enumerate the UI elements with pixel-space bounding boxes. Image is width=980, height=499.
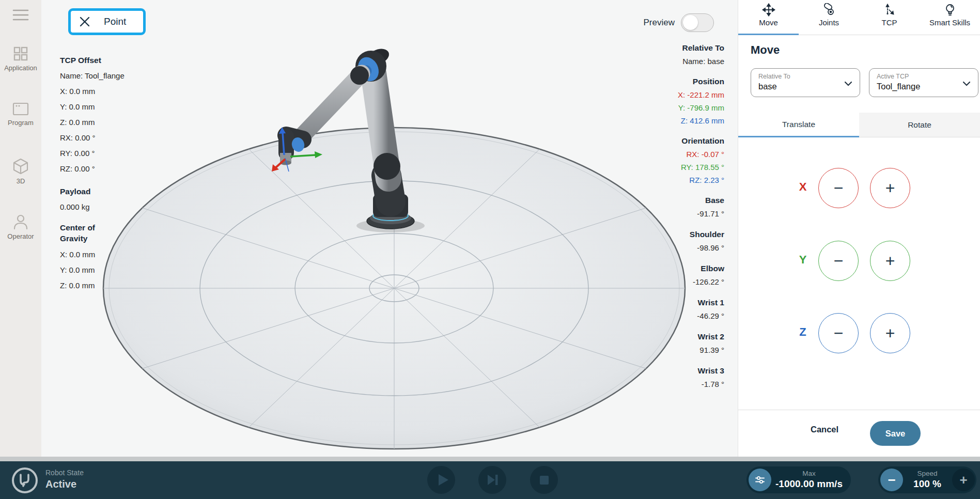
- skip-next-icon: [478, 466, 506, 494]
- cube-3d-icon: [12, 158, 29, 175]
- joint-shoulder-value: -98.96 °: [678, 241, 724, 254]
- sidebar-item-operator[interactable]: Operator: [0, 213, 41, 240]
- sidebar-item-program[interactable]: Program: [0, 101, 41, 127]
- max-speed-text: Max -1000.00 mm/s: [771, 470, 847, 490]
- x-minus-button[interactable]: −: [818, 168, 859, 208]
- stop-button[interactable]: [530, 466, 558, 494]
- joint-base-label: Base: [678, 194, 724, 207]
- tcp-offset-y: Y: 0.0 mm: [60, 99, 122, 115]
- robot-state-block: Robot State Active: [45, 468, 84, 491]
- sliders-icon: [754, 474, 766, 486]
- tab-joints[interactable]: Joints: [799, 0, 859, 35]
- position-y: Y: -796.9 mm: [678, 101, 724, 114]
- position-z: Z: 412.6 mm: [678, 114, 724, 127]
- axis-x-label: X: [795, 180, 811, 194]
- subtab-rotate[interactable]: Rotate: [859, 113, 980, 137]
- orientation-ry: RY: 178.55 °: [678, 161, 724, 174]
- jog-row-x: X − +: [738, 168, 980, 208]
- toggle-knob: [683, 15, 698, 30]
- robot-state-label: Robot State: [45, 468, 84, 477]
- robot-3d-viewport[interactable]: [41, 0, 738, 457]
- tcp-offset-rx: RX: 0.00 °: [60, 130, 122, 146]
- dropdown-label: Relative To: [758, 72, 852, 81]
- play-button[interactable]: [427, 466, 455, 494]
- speed-pill: − Speed 100 % +: [878, 466, 976, 493]
- joint-wrist1-label: Wrist 1: [678, 296, 724, 309]
- z-plus-button[interactable]: +: [870, 313, 910, 353]
- jog-row-z: Z − +: [738, 313, 980, 353]
- orientation-heading: Orientation: [678, 134, 724, 148]
- relative-to-dropdown[interactable]: Relative To base: [751, 68, 860, 97]
- axis-z-label: Z: [795, 325, 811, 339]
- sidebar-item-label: Program: [0, 119, 41, 127]
- preview-row: Preview: [644, 13, 714, 32]
- menu-button[interactable]: [12, 8, 29, 22]
- ur-logo: [11, 467, 38, 494]
- main-3d-area: Point TCP Offset Name: Tool_flange X: 0.…: [41, 0, 738, 457]
- speed-increase-button[interactable]: +: [952, 469, 975, 491]
- tab-tcp[interactable]: TCP: [859, 0, 920, 35]
- joint-elbow-label: Elbow: [678, 262, 724, 275]
- jog-row-y: Y − +: [738, 241, 980, 281]
- point-title: Point: [104, 16, 126, 27]
- y-minus-button[interactable]: −: [818, 241, 859, 281]
- cog-z: Z: 0.0 mm: [60, 278, 122, 293]
- payload-value: 0.000 kg: [60, 199, 122, 215]
- sidebar: Application Program 3D: [0, 0, 41, 461]
- tcp-icon: [883, 3, 896, 17]
- sidebar-item-3d[interactable]: 3D: [0, 158, 41, 185]
- cog-x: X: 0.0 mm: [60, 247, 122, 262]
- speed-label: Speed: [903, 470, 952, 478]
- bottom-bar: Robot State Active: [0, 461, 980, 499]
- play-icon: [427, 466, 455, 494]
- orientation-rz: RZ: 2.23 °: [678, 174, 724, 186]
- position-heading: Position: [678, 75, 724, 88]
- cancel-button[interactable]: Cancel: [811, 425, 838, 434]
- skip-next-button[interactable]: [478, 466, 506, 494]
- tab-smart-skills[interactable]: Smart Skills: [920, 0, 980, 35]
- speed-settings-button[interactable]: [749, 469, 771, 491]
- point-card: Point: [68, 8, 146, 35]
- tcp-offset-ry: RY: 0.00 °: [60, 146, 122, 161]
- tcp-offset-z: Z: 0.0 mm: [60, 115, 122, 130]
- subtab-translate[interactable]: Translate: [738, 113, 859, 137]
- sidebar-item-application[interactable]: Application: [0, 45, 41, 72]
- joint-elbow-value: -126.22 °: [678, 275, 724, 288]
- panel-tabbar: Move Joints: [738, 0, 980, 35]
- sidebar-item-label: 3D: [0, 177, 41, 185]
- move-panel: Move Joints: [738, 0, 980, 457]
- speed-text: Speed 100 %: [903, 470, 952, 490]
- x-plus-button[interactable]: +: [870, 168, 910, 208]
- cog-y: Y: 0.0 mm: [60, 262, 122, 278]
- payload-heading: Payload: [60, 184, 122, 199]
- panel-heading: Move: [751, 43, 780, 57]
- translate-rotate-tabs: Translate Rotate: [738, 113, 980, 137]
- z-minus-button[interactable]: −: [818, 313, 859, 353]
- y-plus-button[interactable]: +: [870, 241, 910, 281]
- speed-decrease-button[interactable]: −: [880, 469, 903, 491]
- sidebar-item-label: Operator: [0, 232, 41, 240]
- relative-to-heading: Relative To: [678, 41, 724, 55]
- joint-wrist3-value: -1.78 °: [678, 378, 724, 391]
- orientation-rx: RX: -0.07 °: [678, 148, 724, 161]
- preview-toggle[interactable]: [681, 13, 714, 32]
- joint-wrist2-value: 91.39 °: [678, 344, 724, 356]
- sidebar-item-label: Application: [0, 64, 41, 72]
- save-button[interactable]: Save: [870, 421, 921, 446]
- stop-icon: [530, 466, 558, 494]
- active-tcp-dropdown[interactable]: Active TCP Tool_flange: [869, 68, 978, 97]
- joint-wrist1-value: -46.29 °: [678, 309, 724, 322]
- application-grid-icon: [12, 45, 29, 62]
- panel-footer: Cancel Save: [738, 410, 980, 457]
- bottom-divider-strip: [0, 457, 980, 461]
- tcp-offset-heading: TCP Offset: [60, 53, 122, 68]
- tcp-offset-name: Name: Tool_flange: [60, 68, 122, 84]
- tab-move[interactable]: Move: [738, 0, 799, 35]
- app-root: Application Program 3D: [0, 0, 980, 499]
- close-icon[interactable]: [79, 16, 90, 27]
- robot-state-value: Active: [45, 477, 84, 491]
- tcp-offset-x: X: 0.0 mm: [60, 84, 122, 99]
- joint-wrist2-label: Wrist 2: [678, 330, 724, 344]
- hamburger-icon: [12, 8, 29, 22]
- joint-shoulder-label: Shoulder: [678, 228, 724, 241]
